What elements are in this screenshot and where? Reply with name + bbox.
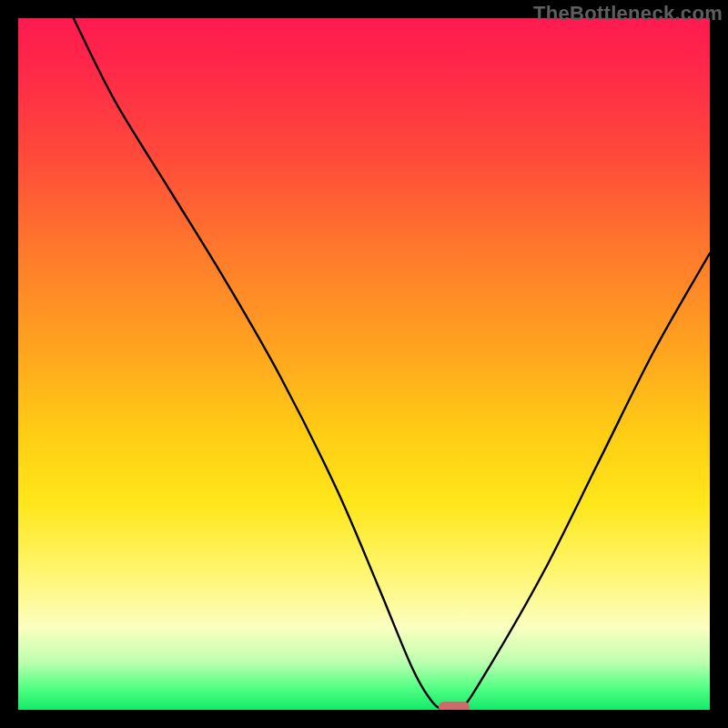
optimal-marker xyxy=(439,702,470,710)
bottleneck-curve xyxy=(18,18,710,710)
chart-frame: TheBottleneck.com xyxy=(0,0,728,728)
watermark-text: TheBottleneck.com xyxy=(533,2,723,25)
plot-area xyxy=(18,18,710,710)
